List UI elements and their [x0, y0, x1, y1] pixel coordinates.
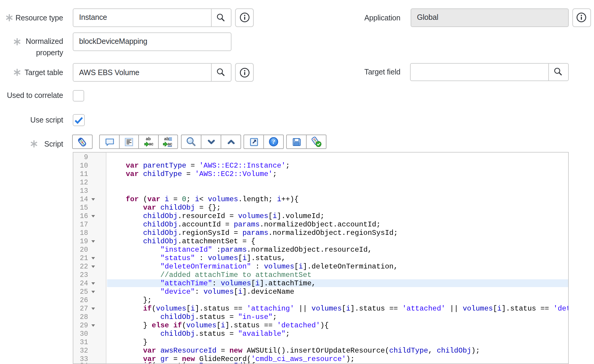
svg-text:ab: ab [164, 136, 169, 141]
svg-text:ac: ac [149, 141, 154, 146]
svg-text:?: ? [272, 138, 275, 145]
svg-text:ab: ab [146, 136, 151, 141]
svg-text:ac: ac [168, 141, 173, 146]
